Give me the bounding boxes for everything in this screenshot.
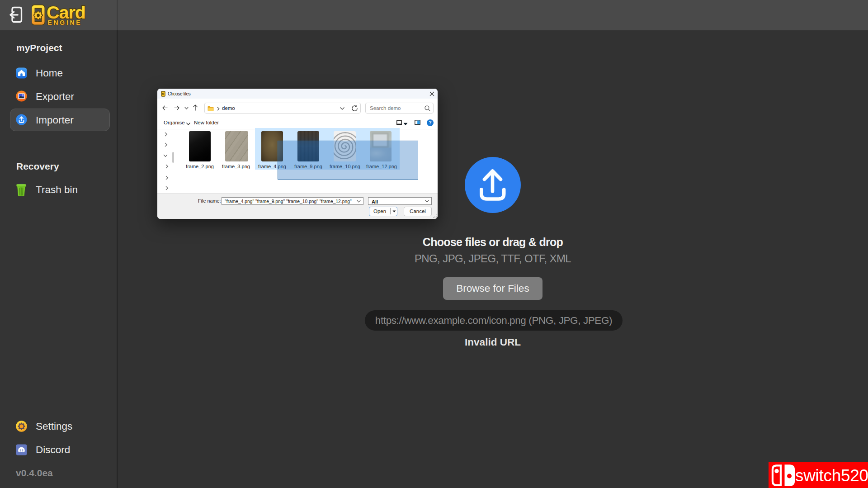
svg-text:ENGINE: ENGINE xyxy=(48,19,82,26)
